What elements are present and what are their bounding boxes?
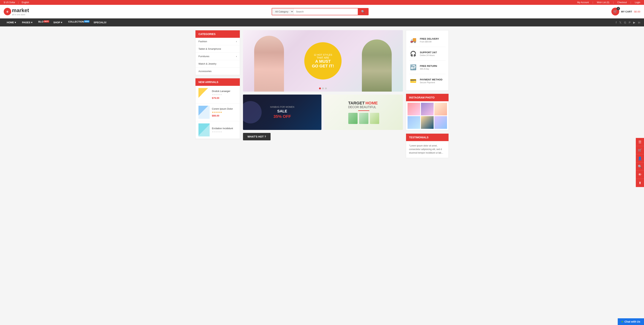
nav-collections[interactable]: New COLLECTIONS ▾: [65, 19, 90, 26]
new-arrivals-box: NEW ARRIVALS Drutick Lanaeger ★★★★★ $79.…: [195, 78, 240, 139]
testimonials-header: TESTIMONIALS: [406, 134, 448, 141]
twitter-icon[interactable]: 𝕏: [619, 21, 622, 24]
arrival-item-1: Drutick Lanaeger ★★★★★ $79.00: [196, 86, 240, 103]
banner-target-home: TARGET HOME: [348, 101, 379, 105]
checkout-link[interactable]: Checkout: [617, 1, 627, 4]
bottom-banners: HANBAG FOR WOMEN SALE 35% OFF TARGET HOM…: [243, 95, 403, 130]
nav-shop[interactable]: SHOP ▾: [50, 18, 65, 26]
plant-img-3: [370, 113, 379, 124]
arrival-price-2: $88.00: [212, 114, 237, 117]
feature-payment-sub: Secure Payment: [420, 81, 446, 84]
testimonials-box: TESTIMONIALS "Lorem ipsum dolor sit amet…: [406, 133, 449, 158]
search-button[interactable]: 🔍: [358, 8, 368, 15]
feature-payment-info: PAYMENT METHOD Secure Payment: [420, 78, 446, 84]
logo-text-wrap: market all in one store: [12, 7, 29, 16]
category-accessories[interactable]: Accessories: [196, 67, 240, 75]
floating-panel: ☰ 🛒 👤 🔍 👁 ⬆: [636, 138, 644, 162]
search-input[interactable]: [294, 8, 358, 15]
feature-delivery-info: FREE DELIVERY From $59.89: [420, 37, 446, 43]
logo-name: market: [12, 7, 29, 13]
floating-cart-btn[interactable]: 🛒: [636, 146, 644, 154]
features-box: 🚚 FREE DELIVERY From $59.89 🎧 SUPPORT 24…: [406, 30, 449, 91]
arrival-name-1[interactable]: Drutick Lanaeger: [212, 90, 237, 92]
category-tablet[interactable]: Tablet & Smartphone: [196, 45, 240, 53]
hero-dots: [319, 87, 327, 89]
insta-photo-5[interactable]: [421, 116, 434, 129]
hero-circle: 12 HOT STYLES THAT ARE A MUSTGO GET IT!: [304, 42, 342, 79]
banner-home-word: HOME: [366, 101, 378, 105]
insta-photo-3[interactable]: [434, 103, 447, 115]
feature-return: ↩️ FREE RETURN 365 A Day: [409, 60, 446, 74]
divider4: |: [630, 1, 631, 4]
insta-photo-4[interactable]: [408, 116, 420, 129]
wishlist-link[interactable]: Wish List (0): [597, 1, 609, 4]
whats-hot-area: WHAT'S HOT ?: [243, 133, 403, 140]
pinterest-icon[interactable]: P: [629, 21, 630, 24]
feature-support-sub: Online 24 Hours: [420, 54, 446, 56]
logo-icon: e: [4, 8, 11, 15]
new-arrivals-header: NEW ARRIVALS: [196, 78, 240, 86]
whats-hot-button[interactable]: WHAT'S HOT ?: [243, 133, 270, 140]
banner-dark: HANBAG FOR WOMEN SALE 35% OFF: [243, 95, 322, 130]
insta-photo-1[interactable]: [408, 103, 420, 115]
arrival-image-1: [198, 88, 210, 101]
category-watch[interactable]: Watch & Jewelry: [196, 60, 240, 67]
top-bar: $ US Dollar | English My Account | Wish …: [0, 0, 644, 5]
main-nav: HOME ▾ PAGES ▾ Hot! BLOG ▾ SHOP ▾ New CO…: [0, 18, 644, 26]
google-icon[interactable]: G: [624, 21, 626, 24]
linkedin-icon[interactable]: in: [638, 21, 640, 24]
blog-badge: Hot!: [44, 20, 49, 22]
plant-img-2: [359, 113, 368, 124]
banner-light: TARGET HOME DECOR BEAUTIFUL: [324, 95, 403, 130]
hero-dot-2[interactable]: [322, 87, 324, 89]
logo-sub: all in one store: [12, 13, 29, 16]
category-fashion[interactable]: Fashion›: [196, 38, 240, 45]
language-selector[interactable]: English: [22, 1, 29, 4]
feature-return-sub: 365 A Day: [420, 68, 446, 70]
insta-photo-2[interactable]: [421, 103, 434, 115]
facebook-icon[interactable]: f: [616, 21, 616, 24]
nav-home[interactable]: HOME ▾: [4, 18, 19, 26]
categories-box: CATEGORIES Fashion› Tablet & Smartphone …: [195, 30, 240, 75]
floating-user-btn[interactable]: 👤: [636, 154, 644, 162]
nav-left: HOME ▾ PAGES ▾ Hot! BLOG ▾ SHOP ▾ New CO…: [4, 18, 110, 26]
hero-dot-3[interactable]: [325, 87, 327, 89]
logo[interactable]: e market all in one store: [4, 7, 29, 16]
instagram-grid: [406, 101, 448, 130]
nav-specials[interactable]: SPECIALS!: [90, 18, 110, 26]
instagram-header: INSTAGRAM PHOTO: [406, 94, 448, 101]
collections-badge: New: [84, 20, 90, 22]
sidebar-left: CATEGORIES Fashion› Tablet & Smartphone …: [195, 30, 240, 158]
plant-img-1: [348, 113, 358, 124]
currency-selector[interactable]: $ US Dollar: [4, 1, 15, 4]
feature-delivery-title: FREE DELIVERY: [420, 37, 446, 40]
arrival-name-2[interactable]: Corem Ipsum Dolor: [212, 107, 237, 110]
nav-blog[interactable]: Hot! BLOG ▾: [36, 19, 50, 26]
arrival-image-3: [198, 123, 210, 136]
login-link[interactable]: Login: [635, 1, 640, 4]
instagram-box: INSTAGRAM PHOTO: [406, 94, 449, 130]
feature-support: 🎧 SUPPORT 24/7 Online 24 Hours: [409, 47, 446, 60]
category-furnitures[interactable]: Furnitures›: [196, 53, 240, 60]
banner-light-line: [358, 110, 369, 111]
youtube-icon[interactable]: ▶: [633, 21, 636, 24]
feature-payment-title: PAYMENT METHOD: [420, 78, 446, 81]
divider3: |: [613, 1, 614, 4]
floating-menu-btn[interactable]: ☰: [636, 138, 644, 146]
my-account-link[interactable]: My Account: [577, 1, 589, 4]
header: e market all in one store All Category 🔍…: [0, 5, 644, 18]
search-category-select[interactable]: All Category: [272, 8, 294, 15]
arrival-name-3[interactable]: Ercitation Incididunt: [212, 127, 237, 130]
feature-return-title: FREE RETURN: [420, 65, 446, 67]
nav-pages[interactable]: PAGES ▾: [19, 18, 36, 26]
nav-social: f 𝕏 G P ▶ in: [616, 21, 640, 24]
banner-dark-sub: HANBAG FOR WOMEN: [270, 106, 294, 108]
divider2: |: [592, 1, 593, 4]
arrival-item-3: Ercitation Incididunt ★★★★★: [196, 121, 240, 139]
cart-info: MY CART - $0.00: [621, 10, 640, 13]
cart-icon[interactable]: 🛒 0: [612, 8, 619, 15]
hero-dot-1[interactable]: [319, 87, 321, 89]
insta-photo-6[interactable]: [434, 116, 447, 129]
banner-dark-text: HANBAG FOR WOMEN SALE 35% OFF: [270, 106, 294, 119]
cart-price: - $0.00: [633, 10, 640, 13]
